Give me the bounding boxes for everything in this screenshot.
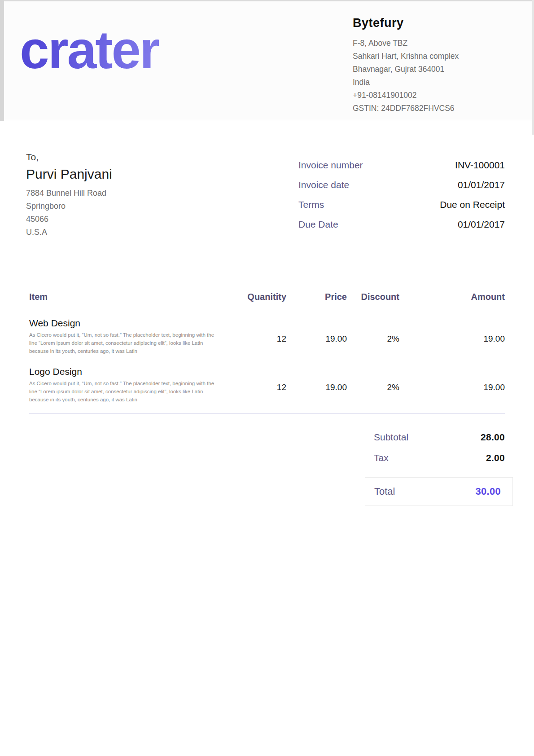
item-quantity: 12	[220, 318, 286, 355]
item-cell: Web Design As Cicero would put it, “Um, …	[29, 318, 220, 355]
company-phone: +91-08141901002	[353, 89, 508, 102]
customer-address-line: Springboro	[26, 200, 112, 213]
table-row: Web Design As Cicero would put it, “Um, …	[29, 318, 505, 355]
tax-row: Tax 2.00	[365, 453, 513, 473]
total-value: 30.00	[475, 486, 501, 497]
company-name: Bytefury	[353, 16, 508, 30]
item-cell: Logo Design As Cicero would put it, “Um,…	[29, 366, 220, 404]
total-box: Total 30.00	[365, 477, 513, 506]
column-header-amount: Amount	[399, 291, 505, 303]
item-amount: 19.00	[399, 366, 505, 404]
customer-address-line: U.S.A	[26, 226, 112, 239]
company-gstin: GSTIN: 24DDF7682FHVCS6	[353, 102, 508, 115]
item-quantity: 12	[220, 366, 286, 404]
company-address-line: F-8, Above TBZ	[353, 37, 508, 50]
invoice-meta: Invoice number INV-100001 Invoice date 0…	[298, 160, 505, 239]
window-edge-right	[532, 0, 534, 135]
customer-address-line: 45066	[26, 213, 112, 226]
table-row: Logo Design As Cicero would put it, “Um,…	[29, 366, 505, 404]
window-edge-left	[0, 0, 4, 121]
items-table-header: Item Quanitity Price Discount Amount	[29, 291, 505, 303]
customer-name: Purvi Panjvani	[26, 167, 112, 182]
invoice-header-band: crater Bytefury F-8, Above TBZ Sahkari H…	[0, 0, 534, 120]
due-date-value: 01/01/2017	[458, 219, 505, 230]
customer-address-line: 7884 Bunnel Hill Road	[26, 187, 112, 200]
invoice-number-label: Invoice number	[298, 160, 363, 171]
invoice-number-row: Invoice number INV-100001	[298, 160, 505, 180]
company-address: F-8, Above TBZ Sahkari Hart, Krishna com…	[353, 37, 508, 115]
column-header-discount: Discount	[347, 291, 399, 303]
item-name: Web Design	[29, 318, 220, 329]
items-table: Item Quanitity Price Discount Amount Web…	[29, 291, 505, 414]
column-header-quantity: Quanitity	[220, 291, 286, 303]
subtotal-value: 28.00	[481, 432, 505, 443]
tax-value: 2.00	[486, 453, 505, 463]
crater-logo: crater	[20, 23, 159, 76]
invoice-page: crater Bytefury F-8, Above TBZ Sahkari H…	[0, 0, 534, 756]
subtotal-label: Subtotal	[374, 432, 408, 443]
item-discount: 2%	[347, 318, 399, 355]
totals-section: Subtotal 28.00 Tax 2.00 Total 30.00	[365, 432, 513, 506]
terms-row: Terms Due on Receipt	[298, 199, 505, 219]
bill-to-label: To,	[26, 152, 112, 163]
item-description: As Cicero would put it, “Um, not so fast…	[29, 379, 218, 404]
company-address-line: Bhavnagar, Gujrat 364001	[353, 63, 508, 76]
item-price: 19.00	[286, 366, 347, 404]
column-header-item: Item	[29, 291, 220, 303]
column-header-price: Price	[286, 291, 347, 303]
bill-to-section: To, Purvi Panjvani 7884 Bunnel Hill Road…	[26, 152, 112, 239]
customer-address: 7884 Bunnel Hill Road Springboro 45066 U…	[26, 187, 112, 239]
terms-label: Terms	[298, 199, 324, 210]
item-amount: 19.00	[399, 318, 505, 355]
terms-value: Due on Receipt	[440, 199, 505, 210]
company-address-line: Sahkari Hart, Krishna complex	[353, 50, 508, 63]
company-address-line: India	[353, 76, 508, 89]
item-description: As Cicero would put it, “Um, not so fast…	[29, 331, 218, 355]
due-date-label: Due Date	[298, 219, 338, 230]
company-info: Bytefury F-8, Above TBZ Sahkari Hart, Kr…	[353, 16, 508, 115]
table-bottom-divider	[29, 413, 505, 414]
invoice-date-label: Invoice date	[298, 180, 349, 190]
invoice-number-value: INV-100001	[455, 160, 505, 171]
window-edge-top	[0, 0, 534, 1]
invoice-date-row: Invoice date 01/01/2017	[298, 180, 505, 199]
item-price: 19.00	[286, 318, 347, 355]
total-label: Total	[374, 486, 395, 497]
subtotal-row: Subtotal 28.00	[365, 432, 513, 453]
invoice-date-value: 01/01/2017	[458, 180, 505, 190]
item-name: Logo Design	[29, 366, 220, 377]
due-date-row: Due Date 01/01/2017	[298, 219, 505, 239]
item-discount: 2%	[347, 366, 399, 404]
tax-label: Tax	[374, 453, 389, 463]
